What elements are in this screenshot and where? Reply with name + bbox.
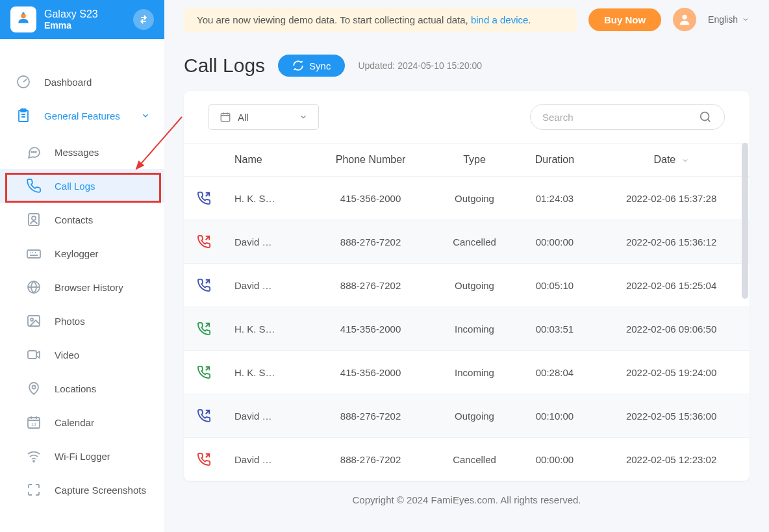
messages-icon xyxy=(25,144,43,160)
main: You are now viewing demo data. To start … xyxy=(164,0,769,532)
svg-point-15 xyxy=(32,386,36,389)
table-row[interactable]: H. K. S…415-356-2000Incoming00:28:042022… xyxy=(184,351,750,394)
cell-type: Incoming xyxy=(433,307,516,351)
sidebar-item-contacts[interactable]: Contacts xyxy=(0,203,164,236)
nav-general-features[interactable]: General Features xyxy=(0,99,164,135)
dashboard-icon xyxy=(14,74,32,90)
table-row[interactable]: David …888-276-7202Outgoing00:05:102022-… xyxy=(184,264,750,307)
cell-type: Outgoing xyxy=(433,394,516,438)
nav: Dashboard General Features MessagesCall … xyxy=(0,39,164,532)
device-name: Galaxy S23 xyxy=(44,8,98,20)
svg-rect-14 xyxy=(28,351,36,359)
sidebar-item-label: Messages xyxy=(55,147,99,158)
type-filter-select[interactable]: All xyxy=(208,104,319,130)
demo-banner: You are now viewing demo data. To start … xyxy=(184,8,577,32)
search-box[interactable] xyxy=(530,104,725,130)
sidebar-item-label: Locations xyxy=(55,383,96,394)
capture-screenshots-icon xyxy=(25,482,43,498)
sidebar-item-keylogger[interactable]: Keylogger xyxy=(0,236,164,270)
call-type-icon xyxy=(197,191,211,205)
search-input[interactable] xyxy=(542,112,698,123)
sidebar-item-locations[interactable]: Locations xyxy=(0,372,164,405)
col-name[interactable]: Name xyxy=(229,144,309,177)
swap-device-button[interactable] xyxy=(133,9,154,30)
calendar-icon: 12 xyxy=(25,414,43,430)
svg-point-13 xyxy=(31,318,33,321)
brand-logo-icon xyxy=(10,6,36,32)
sidebar-item-capture-screenshots[interactable]: Capture Screenshots xyxy=(0,473,164,507)
svg-point-7 xyxy=(35,151,36,153)
scrollbar[interactable] xyxy=(742,143,748,299)
sidebar-item-wi-fi-logger[interactable]: Wi-Fi Logger xyxy=(0,439,164,473)
cell-duration: 00:00:00 xyxy=(516,220,594,264)
svg-rect-20 xyxy=(221,114,230,121)
cell-date: 2022-02-05 19:24:00 xyxy=(593,351,750,394)
updated-text: Updated: 2024-05-10 15:20:00 xyxy=(358,60,482,71)
language-select[interactable]: English xyxy=(708,14,750,25)
demo-text-prefix: You are now viewing demo data. To start … xyxy=(197,14,471,25)
sync-button[interactable]: Sync xyxy=(278,55,345,77)
nav-dashboard[interactable]: Dashboard xyxy=(0,65,164,99)
cell-date: 2022-02-06 09:06:50 xyxy=(593,307,750,351)
call-type-icon xyxy=(197,365,211,379)
nav-dashboard-label: Dashboard xyxy=(44,77,92,88)
sidebar-item-label: Wi-Fi Logger xyxy=(55,451,110,462)
buy-now-button[interactable]: Buy Now xyxy=(588,8,661,31)
sidebar-item-label: Call Logs xyxy=(55,181,95,192)
sidebar-item-browser-history[interactable]: Browser History xyxy=(0,270,164,304)
card-toolbar: All xyxy=(184,91,750,143)
svg-point-21 xyxy=(701,112,709,121)
cell-name: H. K. S… xyxy=(234,193,275,204)
table-row[interactable]: David …888-276-7202Cancelled00:00:002022… xyxy=(184,438,750,481)
cell-type: Incoming xyxy=(433,351,516,394)
sidebar-item-label: Photos xyxy=(55,316,85,327)
cell-date: 2022-02-06 15:36:12 xyxy=(593,220,750,264)
sidebar-item-call-logs[interactable]: Call Logs xyxy=(0,169,164,203)
sidebar-item-messages[interactable]: Messages xyxy=(0,135,164,169)
contacts-icon xyxy=(25,212,43,227)
svg-point-18 xyxy=(33,461,34,462)
cell-phone: 888-276-7202 xyxy=(309,394,433,438)
col-phone[interactable]: Phone Number xyxy=(309,144,433,177)
cell-phone: 888-276-7202 xyxy=(309,264,433,307)
sidebar-item-label: Contacts xyxy=(55,214,93,225)
cell-phone: 888-276-7202 xyxy=(309,438,433,481)
col-icon xyxy=(184,144,229,177)
cell-type: Cancelled xyxy=(433,220,516,264)
col-duration[interactable]: Duration xyxy=(516,144,594,177)
table-row[interactable]: David …888-276-7202Cancelled00:00:002022… xyxy=(184,220,750,264)
col-date[interactable]: Date xyxy=(593,144,750,177)
cell-duration: 00:28:04 xyxy=(516,351,594,394)
cell-name: David … xyxy=(234,454,272,465)
browser-history-icon xyxy=(25,279,43,295)
search-icon xyxy=(698,110,712,124)
svg-point-19 xyxy=(682,15,687,19)
cell-type: Outgoing xyxy=(433,264,516,307)
cell-duration: 00:00:00 xyxy=(516,438,594,481)
call-type-icon xyxy=(197,278,211,292)
sidebar: Galaxy S23 Emma Dashboard General Featur… xyxy=(0,0,164,532)
sidebar-item-video[interactable]: Video xyxy=(0,338,164,372)
col-type[interactable]: Type xyxy=(433,144,516,177)
sidebar-item-calendar[interactable]: 12Calendar xyxy=(0,405,164,439)
bind-device-link[interactable]: bind a device xyxy=(471,14,528,25)
sidebar-item-label: Video xyxy=(55,349,79,361)
call-type-icon xyxy=(197,452,211,466)
keylogger-icon xyxy=(25,246,43,261)
svg-text:12: 12 xyxy=(31,422,36,427)
call-type-icon xyxy=(197,234,211,249)
cell-phone: 415-356-2000 xyxy=(309,351,433,394)
cell-date: 2022-02-05 15:36:00 xyxy=(593,394,750,438)
locations-icon xyxy=(25,381,43,396)
cell-type: Outgoing xyxy=(433,177,516,220)
avatar[interactable] xyxy=(673,8,696,31)
cell-name: David … xyxy=(234,280,272,291)
svg-rect-12 xyxy=(28,316,40,326)
svg-point-6 xyxy=(33,151,34,153)
filter-value: All xyxy=(238,112,249,123)
table-row[interactable]: David …888-276-7202Outgoing00:10:002022-… xyxy=(184,394,750,438)
svg-point-1 xyxy=(22,12,24,14)
sidebar-item-photos[interactable]: Photos xyxy=(0,304,164,338)
table-row[interactable]: H. K. S…415-356-2000Incoming00:03:512022… xyxy=(184,307,750,351)
table-row[interactable]: H. K. S…415-356-2000Outgoing01:24:032022… xyxy=(184,177,750,220)
